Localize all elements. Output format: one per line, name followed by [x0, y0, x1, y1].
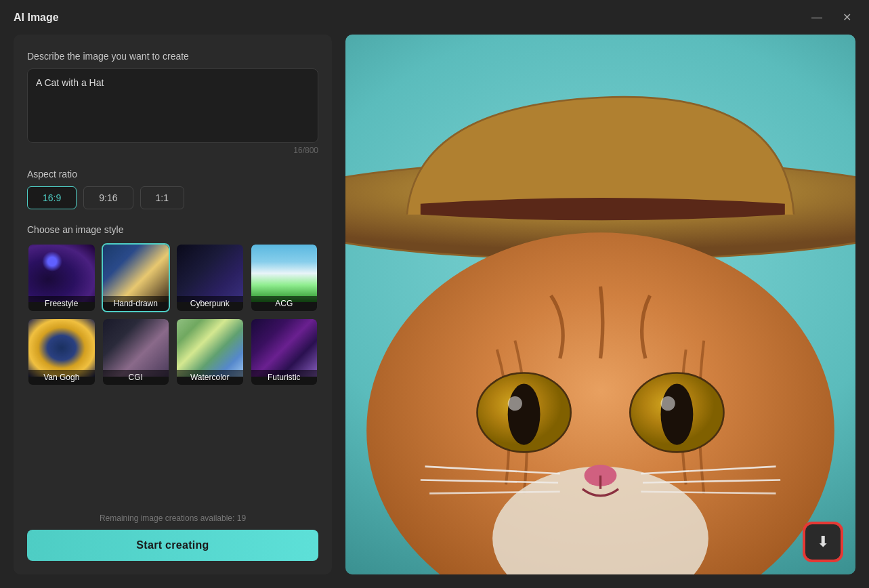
style-cyberpunk-label: Cyberpunk — [177, 296, 243, 311]
prompt-textarea[interactable]: A Cat with a Hat — [27, 68, 318, 143]
aspect-ratio-label: Aspect ratio — [27, 169, 318, 180]
aspect-16-9-button[interactable]: 16:9 — [27, 186, 77, 209]
svg-point-14 — [660, 396, 675, 411]
svg-point-13 — [660, 383, 693, 444]
style-handdrawn[interactable]: Hand-drawn — [102, 243, 171, 312]
svg-point-9 — [508, 396, 522, 411]
style-vangogh[interactable]: Van Gogh — [27, 318, 96, 387]
style-cyberpunk[interactable]: Cyberpunk — [175, 243, 245, 312]
style-acg[interactable]: ACG — [250, 243, 319, 312]
char-count: 16/800 — [27, 146, 318, 155]
download-button[interactable]: ⬇ — [804, 523, 842, 561]
left-panel: Describe the image you want to create A … — [14, 35, 332, 574]
style-handdrawn-label: Hand-drawn — [103, 296, 169, 311]
style-acg-label: ACG — [251, 296, 318, 311]
style-futuristic-label: Futuristic — [251, 370, 318, 385]
svg-point-8 — [508, 383, 541, 444]
aspect-9-16-button[interactable]: 9:16 — [83, 186, 133, 209]
remaining-text: Remaining image creations available: 19 — [27, 513, 318, 523]
cat-hat-image — [345, 35, 855, 574]
prompt-label: Describe the image you want to create — [27, 51, 318, 62]
main-content: Describe the image you want to create A … — [0, 35, 869, 588]
close-button[interactable]: ✕ — [839, 9, 855, 25]
style-grid: Freestyle Hand-drawn Cyberpunk ACG Van G… — [27, 243, 318, 386]
generated-image-area: ⬇ — [345, 35, 855, 574]
style-label: Choose an image style — [27, 224, 318, 235]
style-watercolor[interactable]: Watercolor — [175, 318, 245, 387]
download-icon: ⬇ — [817, 533, 829, 551]
download-button-area: ⬇ — [804, 523, 842, 561]
window-title: AI Image — [14, 12, 59, 24]
style-freestyle-label: Freestyle — [28, 296, 95, 311]
app-window: AI Image — ✕ Describe the image you want… — [0, 0, 869, 588]
style-watercolor-label: Watercolor — [177, 370, 243, 385]
style-futuristic[interactable]: Futuristic — [250, 318, 319, 387]
title-bar: AI Image — ✕ — [0, 0, 869, 35]
style-vangogh-label: Van Gogh — [28, 370, 95, 385]
style-cgi[interactable]: CGI — [102, 318, 171, 387]
style-cgi-label: CGI — [103, 370, 169, 385]
minimize-button[interactable]: — — [807, 9, 826, 25]
right-panel: ⬇ — [345, 35, 855, 574]
aspect-buttons: 16:9 9:16 1:1 — [27, 186, 318, 209]
start-creating-button[interactable]: Start creating — [27, 530, 318, 561]
style-freestyle[interactable]: Freestyle — [27, 243, 96, 312]
aspect-1-1-button[interactable]: 1:1 — [140, 186, 184, 209]
window-controls: — ✕ — [807, 9, 855, 25]
